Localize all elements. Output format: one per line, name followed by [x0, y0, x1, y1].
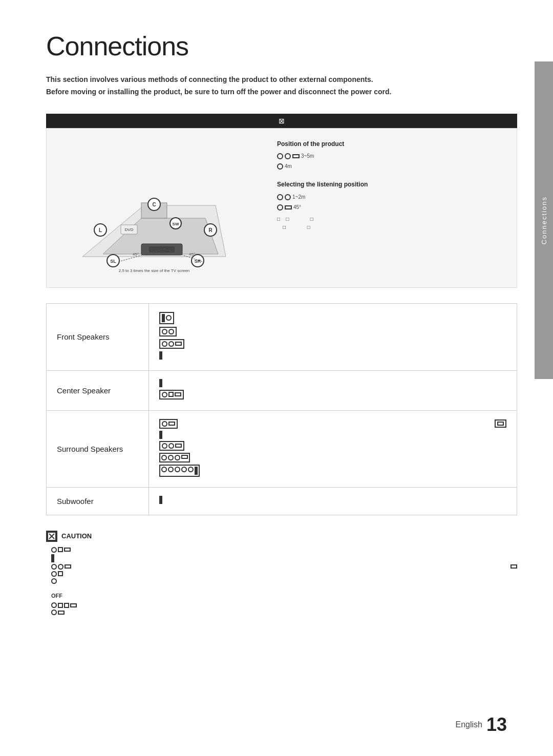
svg-text:SL: SL	[110, 259, 116, 264]
position-icon2	[285, 153, 291, 159]
front-connector-3	[159, 339, 184, 349]
tab-label: Connections	[540, 196, 548, 244]
surround-connector-2	[159, 441, 184, 451]
position-line1: 3~5m	[277, 152, 506, 161]
note-section: CAUTION	[46, 531, 517, 616]
main-content: Connections This section involves variou…	[46, 31, 517, 625]
svg-text:C: C	[152, 202, 156, 207]
front-connector-2	[159, 327, 177, 337]
front-bar	[159, 351, 162, 360]
sel-rect	[285, 205, 292, 209]
page-title: Connections	[46, 31, 517, 61]
front-speakers-connectors	[149, 303, 517, 370]
pos-icon3	[277, 163, 283, 170]
svg-text:DVD: DVD	[125, 227, 134, 232]
speaker-table: Front Speakers	[46, 303, 517, 515]
svg-text:SR: SR	[195, 259, 201, 264]
off-label: OFF	[51, 591, 62, 601]
page-number: 13	[486, 714, 507, 736]
sub-bar	[159, 496, 162, 504]
position-block: Position of the product 3~5m 4m	[277, 139, 506, 172]
center-connector	[159, 390, 184, 400]
selecting-title: Selecting the listening position	[277, 179, 506, 191]
subwoofer-label: Subwoofer	[47, 487, 149, 515]
surround-connector-right	[495, 419, 506, 428]
info-panel: Position of the product 3~5m 4m Selectin…	[262, 129, 517, 287]
room-svg: TV L R C SW SL	[62, 139, 246, 277]
note-title: CAUTION	[61, 532, 92, 540]
surround-multi-1	[159, 453, 190, 463]
svg-text:45°: 45°	[189, 252, 195, 257]
page-english-label: English	[455, 720, 482, 729]
front-connector-1	[159, 312, 174, 324]
section-tab: Connections	[535, 61, 553, 379]
surround-speakers-connectors	[149, 410, 517, 487]
note-lines: OFF	[46, 547, 517, 616]
center-speaker-label: Center Speaker	[47, 370, 149, 410]
position-rect	[292, 154, 300, 158]
svg-text:2.5 to 3 times the size of the: 2.5 to 3 times the size of the TV screen	[119, 268, 190, 273]
svg-text:L: L	[99, 227, 102, 233]
svg-text:R: R	[208, 227, 212, 233]
sel-icon1	[277, 194, 283, 200]
sel-icon2	[285, 194, 291, 200]
diagram-content: TV L R C SW SL	[46, 128, 517, 288]
intro-text: This section involves various methods of…	[46, 74, 492, 98]
svg-text:45°: 45°	[133, 252, 139, 257]
note-header: CAUTION	[46, 531, 517, 542]
selecting-block: Selecting the listening position 1~2m 45…	[277, 179, 506, 232]
table-row: Subwoofer	[47, 487, 517, 515]
room-diagram: TV L R C SW SL	[47, 129, 262, 287]
sel-icon3	[277, 204, 283, 211]
diagram-header: ⊠	[46, 114, 517, 128]
surround-connector-1	[159, 419, 178, 429]
surround-multi-2	[159, 465, 200, 477]
page-number-area: English 13	[455, 714, 507, 736]
table-row: Surround Speakers	[47, 410, 517, 487]
table-row: Front Speakers	[47, 303, 517, 370]
position-icon1	[277, 153, 283, 159]
subwoofer-connectors	[149, 487, 517, 515]
center-speaker-connectors	[149, 370, 517, 410]
front-speakers-label: Front Speakers	[47, 303, 149, 370]
position-title: Position of the product	[277, 139, 506, 150]
diagram-header-icon: ⊠	[279, 117, 285, 125]
svg-text:SW: SW	[173, 222, 179, 226]
position-line2: 4m	[277, 162, 506, 171]
page-container: Connections Connections This section inv…	[0, 0, 553, 756]
note-icon	[46, 531, 57, 542]
table-row: Center Speaker	[47, 370, 517, 410]
center-bar	[159, 379, 162, 387]
surround-speakers-label: Surround Speakers	[47, 410, 149, 487]
